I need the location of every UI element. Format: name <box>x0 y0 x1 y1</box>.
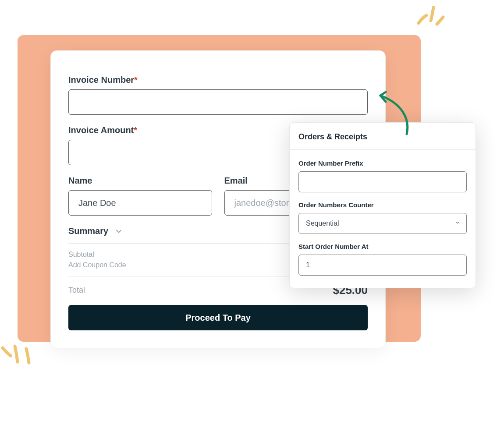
invoice-number-input[interactable] <box>68 89 368 115</box>
name-input[interactable] <box>68 190 212 216</box>
required-mark: * <box>134 125 137 135</box>
proceed-to-pay-button[interactable]: Proceed To Pay <box>68 305 368 330</box>
required-mark: * <box>134 75 138 85</box>
total-label: Total <box>68 286 85 295</box>
order-prefix-label: Order Number Prefix <box>298 159 467 167</box>
orders-receipts-panel: Orders & Receipts Order Number Prefix Or… <box>289 122 476 288</box>
name-label: Name <box>68 176 212 186</box>
start-order-label: Start Order Number At <box>298 243 467 250</box>
decorative-strokes-top-right <box>414 2 445 28</box>
chevron-down-icon <box>114 227 123 236</box>
start-order-input[interactable] <box>298 255 467 276</box>
orders-panel-title: Orders & Receipts <box>290 123 476 150</box>
order-prefix-input[interactable] <box>298 171 467 192</box>
order-counter-select[interactable] <box>298 213 467 234</box>
order-counter-label: Order Numbers Counter <box>298 201 467 209</box>
summary-label: Summary <box>68 226 108 236</box>
invoice-number-label: Invoice Number* <box>68 75 368 85</box>
decorative-strokes-bottom-left <box>0 343 35 373</box>
